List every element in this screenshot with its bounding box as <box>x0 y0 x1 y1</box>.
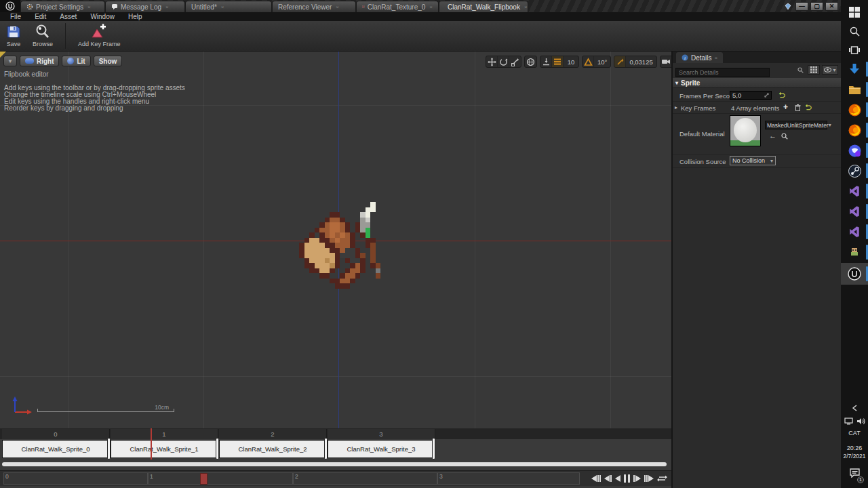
timeline-playhead[interactable] <box>151 428 152 460</box>
details-close-icon[interactable]: × <box>715 55 718 61</box>
tab-untitled[interactable]: Untitled* × <box>185 1 272 12</box>
to-end-button[interactable] <box>644 473 654 484</box>
taskbar-app-unreal-active[interactable] <box>841 263 868 285</box>
reset-to-default-icon[interactable]: ⮌ <box>805 104 812 111</box>
add-element-icon[interactable]: + <box>783 102 788 112</box>
notification-center-button[interactable]: 1 <box>841 465 868 481</box>
taskbar-app-firefox-2[interactable] <box>841 121 868 140</box>
material-dropdown[interactable]: MaskedUnlitSpriteMater▾ <box>765 121 827 129</box>
rotation-snap-toggle[interactable] <box>583 56 594 67</box>
tab-clanrat-texture[interactable]: ClanRat_Texture_0 × <box>356 1 439 12</box>
use-selected-arrow-icon[interactable]: ← <box>769 131 776 140</box>
step-forward-button[interactable] <box>633 473 641 484</box>
menu-file[interactable]: File <box>4 13 27 20</box>
browse-to-asset-icon[interactable] <box>781 133 788 140</box>
grid-snap-toggle[interactable] <box>552 56 564 67</box>
camera-speed-button[interactable] <box>660 56 671 67</box>
taskbar-app-firefox-1[interactable] <box>841 100 868 119</box>
fps-input[interactable]: 5,0 <box>730 91 772 100</box>
lit-mode-button[interactable]: Lit <box>62 56 90 66</box>
view-options-button[interactable]: ▾ <box>822 65 838 75</box>
trash-icon[interactable] <box>795 104 801 111</box>
world-local-toggle-button[interactable] <box>525 56 536 67</box>
play-reverse-button[interactable] <box>615 473 620 484</box>
tab-close-icon[interactable]: × <box>336 4 339 10</box>
material-thumbnail[interactable] <box>730 115 761 146</box>
translate-tool-button[interactable] <box>486 56 498 67</box>
taskbar-app-visual-studio-2[interactable] <box>841 202 868 221</box>
menu-asset[interactable]: Asset <box>54 13 83 20</box>
timeline-frame-header[interactable]: 0 1 2 3 <box>0 428 671 439</box>
add-key-frame-button[interactable]: Add Key Frame <box>73 21 126 47</box>
viewport-options-dropdown[interactable]: ▼ <box>3 56 17 66</box>
taskbar-app-downloads[interactable] <box>841 60 868 79</box>
tab-close-icon[interactable]: × <box>87 4 91 10</box>
layout-gem-icon[interactable] <box>784 3 792 10</box>
taskbar-search-button[interactable] <box>841 22 868 41</box>
surface-snap-button[interactable] <box>540 56 552 67</box>
step-back-button[interactable] <box>604 473 612 484</box>
taskbar-app-visual-studio-1[interactable] <box>841 182 868 201</box>
menu-edit[interactable]: Edit <box>28 13 52 20</box>
grid-snap-value[interactable]: 10 <box>564 56 578 67</box>
tray-status-icons[interactable] <box>841 415 868 427</box>
rotation-snap-value[interactable]: 10° <box>594 56 610 67</box>
show-menu-button[interactable]: Show <box>94 56 123 66</box>
scale-snap-toggle[interactable] <box>614 56 626 67</box>
taskbar-app-sprite-tool[interactable] <box>841 243 868 262</box>
close-button[interactable]: ✕ <box>825 2 838 11</box>
tab-reference-viewer[interactable]: Reference Viewer × <box>272 1 356 12</box>
value-spinner-icon[interactable] <box>764 93 769 98</box>
loop-button[interactable] <box>657 473 667 484</box>
taskbar-app-steam[interactable] <box>841 161 868 180</box>
restore-button[interactable]: ▢ <box>810 2 823 11</box>
scale-snap-value[interactable]: 0,03125 <box>626 56 656 67</box>
rotate-tool-button[interactable] <box>498 56 509 67</box>
keyframe-handle[interactable] <box>324 438 328 460</box>
viewport[interactable]: ▼ Right Lit Show <box>0 52 671 428</box>
menu-window[interactable]: Window <box>84 13 121 20</box>
tab-close-icon[interactable]: × <box>429 4 433 10</box>
minimize-button[interactable]: — <box>795 2 808 11</box>
tab-message-log[interactable]: Message Log × <box>105 1 185 12</box>
tab-clanrat-walk-flipbook[interactable]: ClanRat_Walk_Flipbook × <box>439 1 528 12</box>
keyframe-block[interactable]: ClanRat_Walk_Sprite_0 <box>2 440 109 458</box>
property-matrix-button[interactable] <box>808 65 820 75</box>
view-mode-button[interactable]: Right <box>20 56 60 66</box>
clock-date[interactable]: 2/7/2021 <box>841 453 868 460</box>
taskbar-app-visual-studio-3[interactable] <box>841 222 868 241</box>
browse-button[interactable]: Browse <box>27 21 58 47</box>
timeline-scrollbar[interactable] <box>2 462 667 466</box>
keyframe-block[interactable]: ClanRat_Walk_Sprite_3 <box>328 440 435 458</box>
keyboard-layout-indicator[interactable]: CAT <box>841 430 868 436</box>
keyframe-block[interactable]: ClanRat_Walk_Sprite_1 <box>111 440 218 458</box>
sprite-section-header[interactable]: ▾ Sprite <box>673 78 841 88</box>
tab-close-icon[interactable]: × <box>221 4 224 10</box>
keyframe-handle[interactable] <box>216 438 219 460</box>
search-details-input[interactable] <box>675 68 770 77</box>
keyframe-block[interactable]: ClanRat_Walk_Sprite_2 <box>219 440 326 458</box>
tab-close-icon[interactable]: × <box>524 4 528 10</box>
collision-source-row: Collision Source No Collision▾ <box>673 155 841 168</box>
menu-help[interactable]: Help <box>122 13 149 20</box>
keyframe-handle[interactable] <box>107 438 111 460</box>
show-hidden-icons-button[interactable] <box>841 403 868 413</box>
scrub-handle[interactable] <box>200 473 208 485</box>
keyframe-handle[interactable] <box>432 438 435 460</box>
reset-to-default-icon[interactable]: ⮌ <box>778 92 785 99</box>
details-tab[interactable]: i Details × <box>676 52 723 63</box>
taskbar-app-blue-circle[interactable] <box>841 141 868 160</box>
tab-close-icon[interactable]: × <box>165 4 169 10</box>
save-button[interactable]: Save <box>0 21 27 47</box>
collision-source-dropdown[interactable]: No Collision▾ <box>730 156 776 165</box>
time-ruler[interactable]: 0 1 2 3 <box>0 470 671 486</box>
taskbar-app-file-explorer[interactable] <box>841 80 868 99</box>
windows-start-button[interactable] <box>841 3 868 22</box>
expander-icon[interactable]: ▸ <box>675 104 677 110</box>
task-view-button[interactable] <box>841 41 868 60</box>
scale-tool-button[interactable] <box>509 56 521 67</box>
pause-button[interactable] <box>624 473 630 484</box>
tab-project-settings[interactable]: Project Settings × <box>20 1 105 12</box>
to-front-button[interactable] <box>591 473 601 484</box>
clock-time[interactable]: 20:26 <box>841 445 868 451</box>
